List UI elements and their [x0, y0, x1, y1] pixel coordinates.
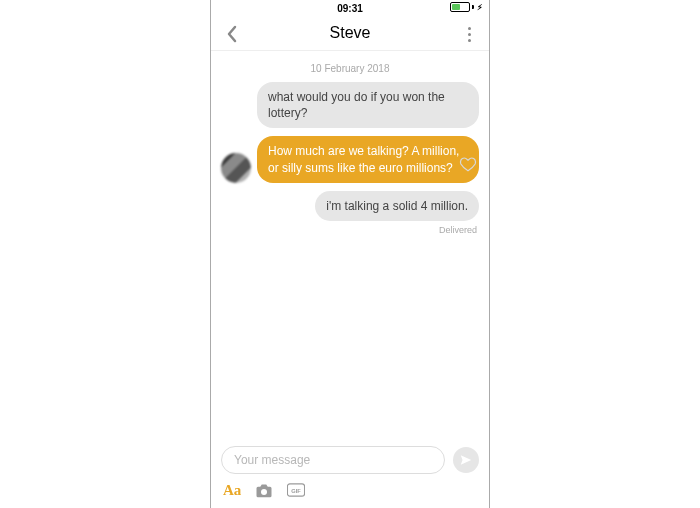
- status-bar: 09:31 ⚡︎: [211, 0, 489, 16]
- like-message-button[interactable]: [459, 155, 477, 173]
- text-format-button[interactable]: Aa: [223, 482, 241, 499]
- svg-text:GIF: GIF: [292, 488, 302, 494]
- composer: Your message: [211, 440, 489, 476]
- incoming-message: what would you do if you won the lottery…: [257, 82, 479, 128]
- svg-point-0: [261, 489, 267, 495]
- avatar[interactable]: [221, 153, 251, 183]
- chevron-left-icon: [226, 25, 237, 43]
- chat-header: Steve: [211, 16, 489, 51]
- back-button[interactable]: [219, 22, 243, 46]
- send-icon: [459, 453, 473, 467]
- message-input[interactable]: Your message: [221, 446, 445, 474]
- message-row: what would you do if you won the lottery…: [221, 82, 479, 128]
- camera-button[interactable]: [255, 483, 273, 498]
- gif-button[interactable]: GIF: [287, 483, 305, 497]
- status-time: 09:31: [337, 3, 363, 14]
- delivery-status: Delivered: [221, 225, 477, 235]
- more-vertical-icon: [468, 27, 471, 42]
- message-list[interactable]: 10 February 2018 what would you do if yo…: [211, 51, 489, 440]
- more-options-button[interactable]: [457, 22, 481, 46]
- composer-toolbar: Aa GIF: [211, 476, 489, 508]
- battery-indicator: ⚡︎: [450, 2, 483, 12]
- chat-title: Steve: [330, 24, 371, 42]
- incoming-message: i'm talking a solid 4 million.: [315, 191, 479, 221]
- message-placeholder: Your message: [234, 453, 310, 467]
- chat-screen: 09:31 ⚡︎ Steve 10 February 2018 what wou…: [210, 0, 490, 508]
- gif-icon: GIF: [287, 483, 305, 497]
- camera-icon: [255, 483, 273, 498]
- message-row: How much are we talking? A million, or s…: [221, 136, 479, 182]
- date-separator: 10 February 2018: [221, 63, 479, 74]
- send-button[interactable]: [453, 447, 479, 473]
- heart-icon: [459, 155, 477, 173]
- charging-icon: ⚡︎: [477, 3, 483, 12]
- message-row: i'm talking a solid 4 million.: [221, 191, 479, 221]
- outgoing-message: How much are we talking? A million, or s…: [257, 136, 479, 182]
